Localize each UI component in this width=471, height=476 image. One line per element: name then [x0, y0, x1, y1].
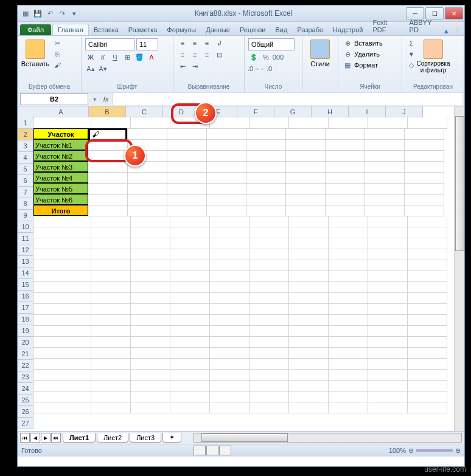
cell[interactable] [207, 194, 246, 205]
cell[interactable] [329, 227, 368, 238]
cell[interactable] [326, 150, 365, 162]
cell[interactable] [326, 161, 365, 173]
cell[interactable] [249, 314, 289, 326]
align-center-button[interactable]: ≡ [189, 50, 200, 60]
cell[interactable] [249, 369, 289, 381]
cell[interactable] [368, 227, 408, 238]
cell[interactable] [131, 303, 170, 315]
paste-button[interactable]: Вставить [21, 38, 49, 69]
cell[interactable] [131, 260, 170, 271]
cell[interactable] [33, 391, 91, 402]
tab-formulas[interactable]: Формулы [162, 24, 201, 35]
cut-icon[interactable]: ✂ [52, 38, 63, 48]
cell[interactable] [289, 281, 329, 293]
align-mid-button[interactable]: ≡ [189, 38, 200, 48]
cell[interactable] [246, 194, 286, 205]
copy-icon[interactable]: ⎘ [52, 49, 63, 59]
cell[interactable] [91, 336, 131, 348]
sheet-nav-prev[interactable]: ◀ [30, 433, 40, 443]
cell[interactable] [170, 402, 210, 413]
cell[interactable] [131, 249, 170, 260]
col-header-h[interactable]: H [312, 106, 349, 117]
sheet-tab-1[interactable]: Лист1 [63, 433, 96, 443]
cell[interactable] [408, 358, 447, 370]
cell[interactable] [289, 292, 329, 304]
italic-button[interactable]: К [97, 52, 108, 62]
cell[interactable] [365, 183, 405, 195]
tab-addins[interactable]: Надстрой [328, 24, 368, 35]
cell[interactable] [329, 391, 368, 402]
cell[interactable] [210, 325, 249, 337]
cell[interactable]: Участок №3 [33, 161, 88, 172]
zoom-slider[interactable] [416, 449, 453, 452]
cell[interactable] [329, 249, 368, 260]
cell[interactable] [368, 391, 408, 402]
cell[interactable] [289, 391, 329, 402]
cell[interactable] [368, 402, 408, 413]
cell[interactable] [210, 271, 249, 282]
cell[interactable] [368, 238, 408, 249]
cell[interactable] [170, 391, 210, 402]
cell[interactable] [405, 205, 444, 216]
cell[interactable] [289, 347, 329, 359]
cell[interactable]: Участок №6 [33, 194, 88, 205]
cell[interactable] [170, 260, 210, 271]
cell[interactable] [408, 380, 447, 391]
currency-button[interactable]: 💲 [248, 52, 259, 62]
page-layout-view-button[interactable] [206, 446, 218, 455]
cell[interactable] [33, 347, 91, 359]
clear-button[interactable]: ◇ [406, 60, 417, 70]
cell[interactable] [408, 271, 447, 282]
row-header-17[interactable]: 17 [18, 302, 33, 314]
normal-view-button[interactable] [194, 446, 206, 455]
cell[interactable] [368, 314, 408, 326]
cell[interactable] [289, 325, 329, 337]
cells-insert-button[interactable]: ⊕Вставить [342, 38, 383, 48]
cell[interactable] [33, 117, 91, 129]
page-break-view-button[interactable] [219, 446, 231, 455]
row-header-1[interactable]: 1 [18, 117, 33, 129]
zoom-out-button[interactable]: ⊖ [408, 447, 414, 455]
cell[interactable] [33, 369, 91, 381]
cell[interactable] [91, 325, 131, 337]
cell[interactable] [128, 183, 167, 195]
cell[interactable] [33, 358, 91, 370]
row-header-23[interactable]: 23 [18, 371, 33, 383]
row-header-3[interactable]: 3 [18, 140, 33, 152]
tab-insert[interactable]: Вставка [89, 24, 124, 35]
tab-data[interactable]: Данные [201, 24, 235, 35]
cell[interactable] [408, 117, 447, 129]
cell[interactable] [128, 194, 167, 205]
cell[interactable] [329, 402, 368, 413]
cell[interactable] [326, 172, 365, 184]
row-header-5[interactable]: 5 [18, 164, 33, 175]
cell[interactable] [286, 183, 326, 195]
cell[interactable] [210, 347, 249, 359]
cell[interactable] [88, 150, 128, 162]
cell[interactable] [170, 238, 210, 249]
cell[interactable] [408, 314, 447, 326]
cell[interactable] [405, 172, 444, 184]
cell[interactable] [408, 391, 447, 402]
cell[interactable] [170, 249, 210, 260]
cell[interactable] [368, 117, 408, 129]
cell[interactable] [408, 336, 447, 348]
cell[interactable] [246, 183, 286, 195]
file-tab[interactable]: Файл [20, 24, 51, 35]
number-format-select[interactable]: Общий [248, 38, 295, 50]
cell[interactable] [210, 369, 249, 381]
cell[interactable] [207, 183, 246, 195]
row-header-10[interactable]: 10 [18, 221, 33, 233]
cells-area[interactable]: УчастокУчасток №1Участок №2Участок №3Уча… [33, 117, 447, 413]
cell[interactable] [210, 402, 249, 413]
cell[interactable] [368, 260, 408, 271]
cell[interactable] [210, 314, 249, 326]
cell[interactable] [368, 336, 408, 348]
merge-button[interactable]: ⊟ [214, 50, 225, 60]
cell[interactable] [408, 347, 447, 359]
cell[interactable] [91, 358, 131, 370]
font-color-button[interactable]: A [146, 52, 157, 62]
bold-button[interactable]: Ж [85, 52, 96, 62]
cell[interactable] [289, 358, 329, 370]
qat-more-icon[interactable]: ▾ [70, 9, 78, 18]
